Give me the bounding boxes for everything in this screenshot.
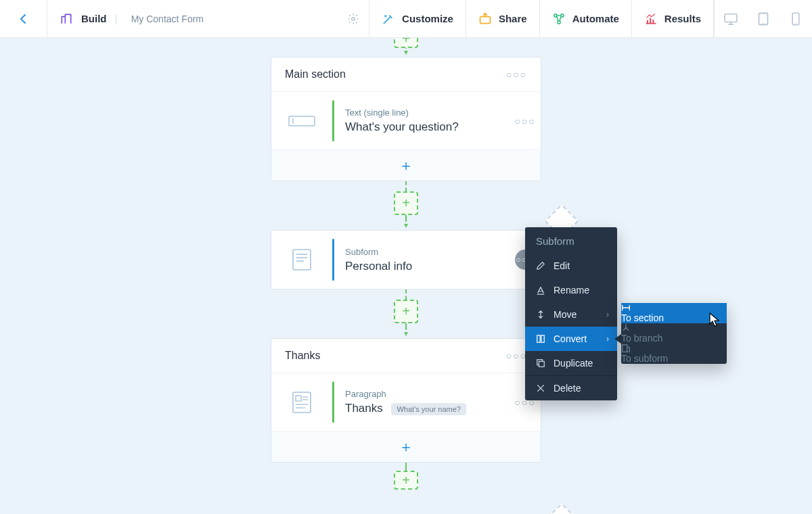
svg-rect-5 — [725, 14, 737, 22]
duplicate-icon — [536, 358, 545, 368]
section-menu-button[interactable]: ○○○ — [506, 69, 527, 80]
field-type-label: Subform — [345, 247, 501, 257]
nav-customize[interactable]: Customize — [369, 0, 466, 37]
context-submenu: To section To branch To subform — [621, 303, 727, 364]
ctx-rename[interactable]: Rename — [525, 278, 617, 302]
ctx-move[interactable]: Move › — [525, 302, 617, 327]
sub-to-subform: To subform — [621, 344, 727, 364]
nav-build[interactable]: Build | My Contact Form — [47, 0, 369, 37]
desktop-icon — [723, 13, 738, 25]
branch-node[interactable] — [545, 503, 579, 514]
field-title: Thanks What's your name? — [345, 402, 501, 415]
subform-small-icon — [621, 344, 631, 353]
top-nav: Build | My Contact Form Customize Share … — [0, 0, 812, 38]
pencil-icon — [536, 261, 545, 271]
add-section-button[interactable]: + — [394, 471, 418, 490]
plus-icon: ＋ — [399, 437, 413, 457]
svg-rect-12 — [293, 250, 311, 270]
field-menu-button[interactable]: ○○○ — [514, 116, 535, 126]
nav-results[interactable]: Results — [632, 0, 714, 37]
section-card-subform: Subform Personal info ○○○ — [271, 230, 541, 289]
ctx-convert[interactable]: Convert › — [525, 327, 617, 351]
svg-point-0 — [352, 17, 355, 20]
text-input-icon — [288, 114, 315, 128]
results-icon — [644, 12, 658, 26]
wand-icon — [382, 12, 395, 26]
device-switcher — [714, 0, 812, 37]
svg-rect-17 — [296, 396, 301, 401]
share-icon — [478, 12, 492, 26]
sub-to-section[interactable]: To section — [621, 303, 727, 323]
context-menu: Subform Edit Rename Move › Convert › Dup… — [525, 227, 617, 400]
paragraph-icon — [292, 391, 312, 414]
svg-rect-26 — [539, 361, 544, 367]
nav-customize-label: Customize — [402, 13, 453, 24]
field-type-label: Text (single line) — [345, 108, 501, 118]
section-title: Main section — [285, 68, 346, 80]
svg-rect-27 — [623, 345, 627, 352]
field-title: Personal info — [345, 260, 501, 273]
field-row[interactable]: Subform Personal info ○○○ — [271, 231, 541, 289]
connector: + ▾ — [271, 289, 541, 338]
convert-icon — [536, 334, 545, 344]
section-card-thanks: Thanks ○○○ Paragraph Thanks What's your … — [271, 338, 541, 463]
ctx-edit[interactable]: Edit — [525, 254, 617, 278]
section-menu-button[interactable]: ○○○ — [506, 350, 527, 361]
mobile-icon — [792, 12, 800, 26]
chevron-left-icon — [19, 12, 28, 26]
nav-results-label: Results — [664, 13, 701, 24]
tablet-icon — [758, 12, 769, 26]
connector: + — [271, 463, 541, 490]
nav-share-label: Share — [499, 13, 527, 24]
submenu-arrow — [614, 334, 621, 344]
section-icon — [621, 303, 631, 312]
chevron-right-icon: › — [606, 334, 609, 344]
automate-icon — [552, 12, 566, 26]
sub-to-branch: To branch — [621, 323, 727, 344]
svg-point-4 — [558, 20, 560, 23]
svg-rect-24 — [541, 335, 544, 343]
arrow-down-icon: ▾ — [404, 220, 408, 230]
back-button[interactable] — [0, 0, 47, 37]
form-name[interactable]: My Contact Form — [131, 14, 204, 24]
add-field-button[interactable]: ＋ — [271, 149, 541, 181]
svg-point-7 — [763, 22, 764, 24]
field-row[interactable]: Paragraph Thanks What's your name? ○○○ — [271, 373, 541, 431]
device-mobile[interactable] — [780, 0, 812, 38]
ctx-duplicate[interactable]: Duplicate — [525, 351, 617, 375]
branch-icon — [621, 323, 631, 333]
settings-button[interactable] — [347, 13, 359, 25]
gear-icon — [347, 13, 359, 25]
field-type-label: Paragraph — [345, 389, 501, 399]
move-icon — [536, 310, 545, 319]
svg-rect-23 — [537, 335, 540, 343]
nav-build-label: Build — [81, 13, 107, 24]
device-desktop[interactable] — [715, 0, 747, 38]
close-icon — [536, 383, 545, 393]
section-title: Thanks — [285, 350, 320, 362]
arrow-down-icon: ▾ — [404, 329, 408, 338]
flow-column: + ▾ Main section ○○○ Text (single line) … — [271, 38, 541, 490]
connector: + ▾ — [271, 38, 541, 57]
svg-point-9 — [795, 23, 796, 24]
chevron-right-icon: › — [606, 310, 609, 319]
add-section-button[interactable]: + — [394, 191, 418, 215]
ctx-delete[interactable]: Delete — [525, 375, 617, 400]
field-title: What's your question? — [345, 120, 501, 134]
add-section-button[interactable]: + — [394, 38, 418, 48]
variable-pill[interactable]: What's your name? — [391, 403, 466, 415]
connector: + ▾ — [271, 181, 541, 230]
nav-automate-label: Automate — [572, 13, 619, 24]
add-section-button[interactable]: + — [394, 300, 418, 323]
nav-automate[interactable]: Automate — [540, 0, 632, 37]
plus-icon: ＋ — [399, 156, 413, 176]
device-tablet[interactable] — [747, 0, 780, 38]
nav-share[interactable]: Share — [466, 0, 540, 37]
svg-rect-1 — [480, 16, 490, 23]
build-icon — [60, 12, 73, 26]
add-field-button[interactable]: ＋ — [271, 431, 541, 462]
subform-icon — [292, 248, 312, 271]
arrow-down-icon: ▾ — [404, 47, 408, 57]
field-row[interactable]: Text (single line) What's your question?… — [271, 91, 541, 149]
canvas[interactable]: + ▾ Main section ○○○ Text (single line) … — [0, 38, 812, 514]
